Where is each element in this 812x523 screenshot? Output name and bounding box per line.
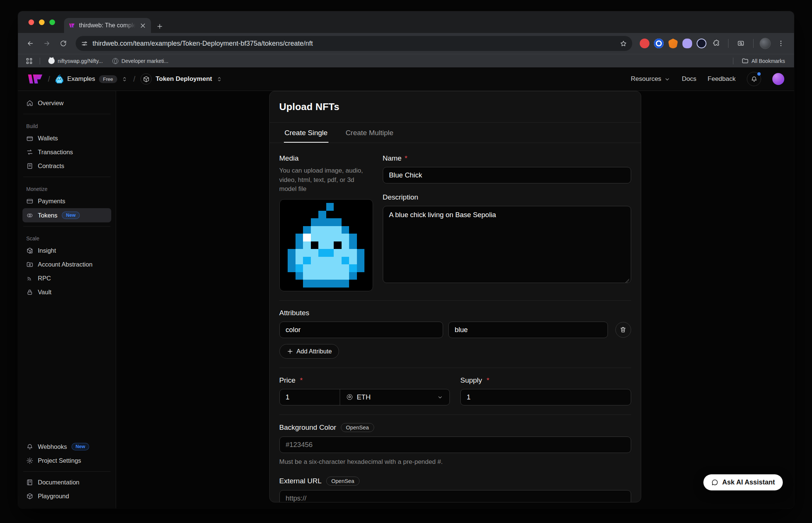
sidebar-item-tokens[interactable]: Tokens New [22,208,111,222]
currency-select[interactable]: ETH [340,389,450,405]
tab-title: thirdweb: The complete web3 [79,22,136,29]
bookmark-label: Developer marketi... [121,58,168,64]
chevron-down-icon [664,76,671,83]
price-control: ETH [279,389,450,405]
sidebar-divider [23,114,110,114]
plus-icon [287,348,294,355]
required-asterisk: * [300,376,303,384]
sidebar-item-overview[interactable]: Overview [22,96,111,110]
opensea-badge: OpenSea [326,477,360,486]
new-tab-button[interactable] [156,23,163,30]
minimize-window-button[interactable] [39,19,45,25]
window-controls[interactable] [18,11,64,33]
bell-icon [751,76,758,83]
browser-menu-icon[interactable] [775,38,787,49]
address-bar[interactable]: thirdweb.com/team/examples/Token-Deploym… [76,36,632,51]
external-url-input[interactable] [279,490,631,502]
extension-icon-red[interactable] [640,39,649,48]
sidebar-item-transactions[interactable]: Transactions [22,145,111,159]
thirdweb-logo[interactable] [28,74,43,84]
background-color-label: Background Color [279,423,336,432]
url-text[interactable]: thirdweb.com/team/examples/Token-Deploym… [93,40,615,48]
toolbar-separator [753,39,754,48]
ask-ai-assistant-button[interactable]: Ask AI Assistant [703,474,783,490]
docs-link[interactable]: Docs [682,75,697,83]
feedback-link[interactable]: Feedback [708,75,736,83]
breadcrumb-team[interactable]: Examples Free [55,75,128,83]
chevron-down-icon [437,394,443,401]
close-window-button[interactable] [28,19,34,25]
reload-button[interactable] [56,36,70,51]
webhooks-icon [26,443,33,450]
required-asterisk: * [405,154,407,162]
resources-menu[interactable]: Resources [631,75,670,83]
extension-icon-clock[interactable] [697,39,706,48]
payments-icon [26,198,33,205]
project-switcher-icon[interactable] [216,76,223,83]
card-header: Upload NFTs [270,91,641,122]
price-input[interactable] [280,389,340,405]
gear-icon [26,457,33,464]
forward-navigation-button[interactable] [40,36,54,51]
add-attribute-button[interactable]: Add Attribute [279,344,339,359]
breadcrumb-project[interactable]: Token Deployment [140,73,223,85]
team-switcher-icon[interactable] [121,76,128,83]
sidebar-item-documentation[interactable]: Documentation [22,475,111,489]
bookmark-niftyswap[interactable]: niftyswap.gg/Nifty... [45,57,106,65]
account-abstraction-icon [26,261,33,268]
rpc-icon [26,275,33,282]
media-upload-preview[interactable] [279,199,373,291]
sidebar-item-playground[interactable]: Playground [22,489,111,503]
sidebar-item-insight[interactable]: Insight [22,244,111,258]
github-favicon-icon [48,58,55,64]
browser-window: thirdweb: The complete web3 thirdweb.com… [18,11,794,508]
bookmark-star-icon[interactable] [620,40,627,47]
back-navigation-button[interactable] [23,36,37,51]
supply-input[interactable] [460,389,631,405]
attribute-value-input[interactable] [448,322,608,338]
tab-create-single[interactable]: Create Single [284,123,328,143]
site-settings-icon[interactable] [81,40,88,47]
media-label: Media [279,154,373,162]
sidebar-item-webhooks[interactable]: Webhooks New [22,440,111,454]
contracts-icon [26,162,33,170]
sidebar-item-contracts[interactable]: Contracts [22,159,111,173]
sidebar-item-account-abstraction[interactable]: Account Abstraction [22,258,111,271]
sidebar-item-project-settings[interactable]: Project Settings [22,454,111,468]
description-textarea[interactable]: A blue chick living on Base Sepolia [383,206,631,283]
attributes-label: Attributes [279,309,631,317]
upload-nfts-card: Upload NFTs Create Single Create Multipl… [269,91,641,502]
sidebar-item-payments[interactable]: Payments [22,194,111,208]
delete-attribute-button[interactable] [615,322,631,338]
background-color-helper: Must be a six-character hexadecimal with… [279,457,631,467]
sidebar-item-wallets[interactable]: Wallets [22,131,111,145]
background-color-input[interactable] [279,437,631,453]
sidebar-item-vault[interactable]: Vault [22,285,111,299]
user-avatar[interactable] [772,73,784,85]
browser-tab[interactable]: thirdweb: The complete web3 [64,18,151,33]
tab-search-icon[interactable] [734,37,747,50]
notifications-button[interactable] [747,72,761,86]
create-mode-tabs: Create Single Create Multiple [270,122,641,143]
team-plan-badge: Free [99,75,117,83]
extensions-puzzle-icon[interactable] [711,38,722,49]
apps-grid-icon[interactable] [24,56,34,66]
extension-icon-blue[interactable] [654,39,664,48]
name-input[interactable] [383,167,631,183]
bookmark-developer-marketing[interactable]: Developer marketi... [109,57,171,65]
zoom-window-button[interactable] [49,19,55,25]
metamask-extension-icon[interactable] [668,39,678,48]
all-bookmarks-button[interactable]: All Bookmarks [739,56,788,66]
insight-icon [26,247,33,254]
supply-label: Supply [460,376,482,384]
sidebar-section-build: Build [22,118,111,131]
sidebar-item-rpc[interactable]: RPC [22,271,111,285]
browser-profile-avatar[interactable] [760,38,771,49]
close-tab-icon[interactable] [139,22,146,29]
attribute-name-input[interactable] [279,322,443,338]
tab-create-multiple[interactable]: Create Multiple [345,123,394,143]
project-name: Token Deployment [155,75,212,83]
external-url-label: External URL [279,477,322,485]
book-icon [26,479,33,486]
phantom-extension-icon[interactable] [682,39,692,48]
